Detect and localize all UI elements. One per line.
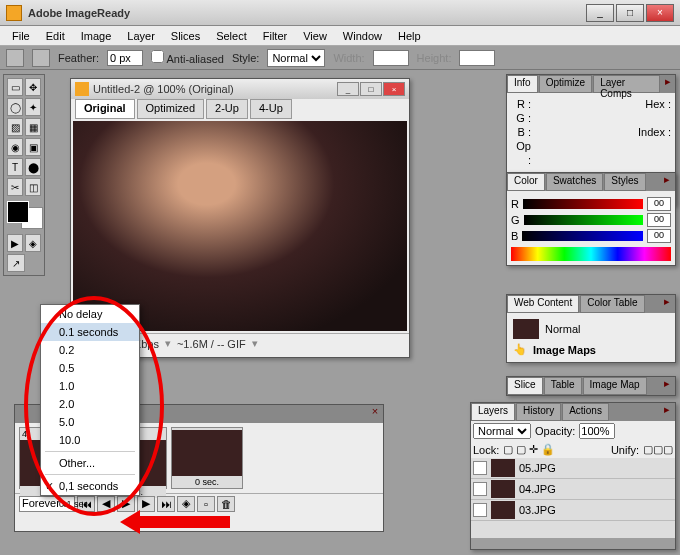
selection-mode-icon[interactable] bbox=[32, 49, 50, 67]
tab-optimize[interactable]: Optimize bbox=[539, 75, 592, 93]
tab-actions[interactable]: Actions bbox=[562, 403, 609, 421]
r-value[interactable]: 00 bbox=[647, 197, 671, 211]
doc-minimize-button[interactable]: _ bbox=[337, 82, 359, 96]
height-input[interactable] bbox=[459, 50, 495, 66]
slice-palette: Slice Table Image Map ▸ bbox=[506, 376, 676, 396]
web-close-icon[interactable]: ▸ bbox=[659, 295, 675, 313]
antialias-checkbox[interactable] bbox=[151, 50, 164, 63]
menu-help[interactable]: Help bbox=[390, 28, 429, 44]
opacity-input[interactable] bbox=[579, 423, 615, 439]
color-swatch[interactable] bbox=[7, 201, 43, 229]
tab-styles[interactable]: Styles bbox=[604, 173, 645, 191]
map-tool[interactable]: ◉ bbox=[7, 138, 23, 156]
visibility-icon[interactable] bbox=[473, 503, 487, 517]
tab-swatches[interactable]: Swatches bbox=[546, 173, 603, 191]
tab-info[interactable]: Info bbox=[507, 75, 538, 93]
maximize-button[interactable]: □ bbox=[616, 4, 644, 22]
web-imagemaps-item[interactable]: 👆Image Maps bbox=[511, 341, 671, 358]
width-label: Width: bbox=[333, 52, 364, 64]
type-tool[interactable]: T bbox=[7, 158, 23, 176]
tab-layers[interactable]: Layers bbox=[471, 403, 515, 421]
delay-other[interactable]: Other... bbox=[41, 454, 139, 472]
tab-colortable[interactable]: Color Table bbox=[580, 295, 644, 313]
lasso-tool[interactable]: ◯ bbox=[7, 98, 23, 116]
marquee-tool[interactable]: ▭ bbox=[7, 78, 23, 96]
crop-tool[interactable]: ✂ bbox=[7, 178, 23, 196]
current-delay: 0.1 sec. bbox=[59, 499, 91, 509]
eraser-tool[interactable]: ◫ bbox=[25, 178, 41, 196]
tab-table[interactable]: Table bbox=[544, 377, 582, 395]
wand-tool[interactable]: ✦ bbox=[25, 98, 41, 116]
visibility-icon[interactable] bbox=[473, 482, 487, 496]
move-tool[interactable]: ✥ bbox=[25, 78, 41, 96]
doc-maximize-button[interactable]: □ bbox=[360, 82, 382, 96]
delay-1.0[interactable]: 1.0 bbox=[41, 377, 139, 395]
tab-layercomps[interactable]: Layer Comps bbox=[593, 75, 660, 93]
g-value[interactable]: 00 bbox=[647, 213, 671, 227]
layer-row[interactable]: 04.JPG bbox=[471, 479, 675, 500]
b-slider[interactable] bbox=[522, 231, 643, 241]
paint-tool[interactable]: ⬤ bbox=[25, 158, 41, 176]
canvas[interactable] bbox=[73, 121, 407, 331]
map-select-tool[interactable]: ▣ bbox=[25, 138, 41, 156]
blend-select[interactable]: Normal bbox=[473, 423, 531, 439]
web-normal-item[interactable]: Normal bbox=[511, 317, 671, 341]
menu-file[interactable]: File bbox=[4, 28, 38, 44]
delay-0.2[interactable]: 0.2 bbox=[41, 341, 139, 359]
frame-delay-button[interactable]: 0 sec. bbox=[172, 476, 242, 488]
minimize-button[interactable]: _ bbox=[586, 4, 614, 22]
spectrum-bar[interactable] bbox=[511, 247, 671, 261]
info-close-icon[interactable]: ▸ bbox=[661, 75, 675, 93]
layers-close-icon[interactable]: ▸ bbox=[659, 403, 675, 421]
tab-imagemap[interactable]: Image Map bbox=[583, 377, 647, 395]
jump-icon[interactable]: ↗ bbox=[7, 254, 25, 272]
anim-frame[interactable]: 0 sec. bbox=[171, 427, 243, 489]
tab-history[interactable]: History bbox=[516, 403, 561, 421]
close-button[interactable]: × bbox=[646, 4, 674, 22]
r-slider[interactable] bbox=[523, 199, 643, 209]
menu-slices[interactable]: Slices bbox=[163, 28, 208, 44]
tab-color[interactable]: Color bbox=[507, 173, 545, 191]
marquee-tool-icon[interactable] bbox=[6, 49, 24, 67]
layer-row[interactable]: 03.JPG bbox=[471, 500, 675, 521]
doc-tab-4up[interactable]: 4-Up bbox=[250, 99, 292, 119]
style-label: Style: bbox=[232, 52, 260, 64]
style-select[interactable]: Normal bbox=[267, 49, 325, 67]
doc-close-button[interactable]: × bbox=[383, 82, 405, 96]
app-title: Adobe ImageReady bbox=[28, 7, 586, 19]
layer-row[interactable]: 05.JPG bbox=[471, 458, 675, 479]
color-close-icon[interactable]: ▸ bbox=[659, 173, 675, 191]
tab-webcontent[interactable]: Web Content bbox=[507, 295, 579, 313]
webcontent-palette: Web Content Color Table ▸ Normal 👆Image … bbox=[506, 294, 676, 363]
g-slider[interactable] bbox=[524, 215, 643, 225]
delay-nodelay[interactable]: No delay bbox=[41, 305, 139, 323]
tab-slice[interactable]: Slice bbox=[507, 377, 543, 395]
delay-5.0[interactable]: 5.0 bbox=[41, 413, 139, 431]
anim-close-icon[interactable]: × bbox=[367, 405, 383, 423]
menu-layer[interactable]: Layer bbox=[119, 28, 163, 44]
menu-image[interactable]: Image bbox=[73, 28, 120, 44]
edit-ps-icon[interactable]: ◈ bbox=[25, 234, 41, 252]
delay-10.0[interactable]: 10.0 bbox=[41, 431, 139, 449]
menu-filter[interactable]: Filter bbox=[255, 28, 295, 44]
visibility-icon[interactable] bbox=[473, 461, 487, 475]
slice-tool[interactable]: ▨ bbox=[7, 118, 23, 136]
doc-tab-2up[interactable]: 2-Up bbox=[206, 99, 248, 119]
b-value[interactable]: 00 bbox=[647, 229, 671, 243]
prev-frame-button[interactable]: ◀ bbox=[97, 496, 115, 512]
delay-2.0[interactable]: 2.0 bbox=[41, 395, 139, 413]
menu-edit[interactable]: Edit bbox=[38, 28, 73, 44]
slice-close-icon[interactable]: ▸ bbox=[659, 377, 675, 395]
width-input[interactable] bbox=[373, 50, 409, 66]
delay-0.5[interactable]: 0.5 bbox=[41, 359, 139, 377]
slice-select-tool[interactable]: ▦ bbox=[25, 118, 41, 136]
preview-toggle[interactable]: ▶ bbox=[7, 234, 23, 252]
menu-window[interactable]: Window bbox=[335, 28, 390, 44]
menu-select[interactable]: Select bbox=[208, 28, 255, 44]
delay-0.1[interactable]: 0.1 seconds bbox=[41, 323, 139, 341]
feather-input[interactable] bbox=[107, 50, 143, 66]
doc-tab-optimized[interactable]: Optimized bbox=[137, 99, 205, 119]
menu-view[interactable]: View bbox=[295, 28, 335, 44]
delay-current[interactable]: 0,1 seconds bbox=[41, 477, 139, 495]
doc-tab-original[interactable]: Original bbox=[75, 99, 135, 119]
